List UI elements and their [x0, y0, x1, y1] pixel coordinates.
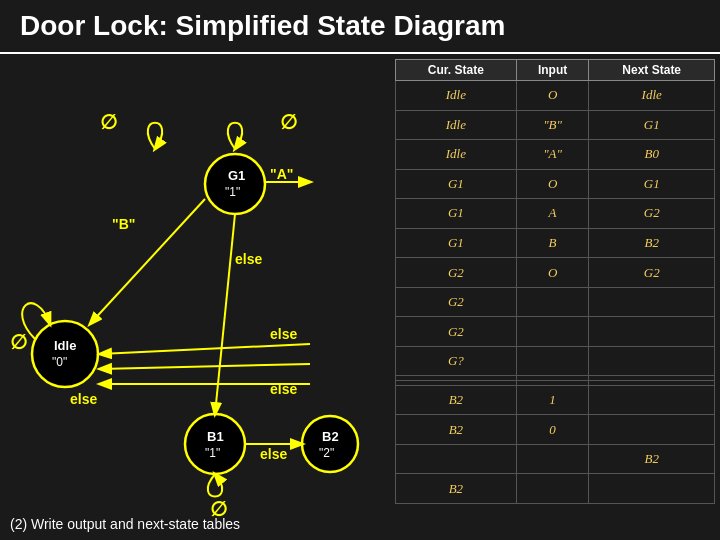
svg-text:"1": "1"	[205, 446, 220, 460]
table-row: G2 O G2	[396, 258, 715, 288]
svg-text:∅: ∅	[100, 111, 117, 133]
svg-text:∅: ∅	[10, 331, 27, 353]
table-row: Idle "B" G1	[396, 110, 715, 140]
svg-text:"A": "A"	[270, 166, 293, 182]
svg-text:else: else	[70, 391, 97, 407]
svg-point-2	[205, 154, 265, 214]
table-row: B2 0	[396, 415, 715, 445]
svg-point-25	[302, 416, 358, 472]
diagram-area: ∅ ∅ G1 "1" "A" "B" else Idle	[0, 54, 390, 539]
svg-line-16	[100, 364, 310, 369]
header-cur-state: Cur. State	[396, 60, 517, 81]
table-row: G1 O G1	[396, 169, 715, 199]
table-row: Idle O Idle	[396, 81, 715, 111]
svg-text:"2": "2"	[319, 446, 334, 460]
svg-point-20	[185, 414, 245, 474]
header-next-state: Next State	[589, 60, 715, 81]
svg-text:"1": "1"	[225, 185, 240, 199]
svg-line-15	[100, 344, 310, 354]
svg-text:"0": "0"	[52, 355, 67, 369]
svg-text:∅: ∅	[280, 111, 297, 133]
svg-text:"B": "B"	[112, 216, 135, 232]
table-row: G1 A G2	[396, 199, 715, 229]
table-row: B2 1	[396, 385, 715, 415]
table-row: G2	[396, 287, 715, 317]
table-row: B2	[396, 474, 715, 504]
svg-text:else: else	[260, 446, 287, 462]
svg-text:B1: B1	[207, 429, 224, 444]
slide-title: Door Lock: Simplified State Diagram	[0, 0, 720, 54]
caption: (2) Write output and next-state tables	[10, 516, 240, 532]
slide: Door Lock: Simplified State Diagram ∅ ∅ …	[0, 0, 720, 540]
table-area: Cur. State Input Next State Idle O Idle …	[390, 54, 720, 539]
table-row: B2	[396, 444, 715, 474]
svg-text:else: else	[270, 326, 297, 342]
svg-text:G1: G1	[228, 168, 245, 183]
svg-point-10	[32, 321, 98, 387]
table-row: G2	[396, 317, 715, 347]
svg-line-8	[90, 199, 205, 324]
svg-text:Idle: Idle	[54, 338, 76, 353]
table-row: G1 B B2	[396, 228, 715, 258]
state-diagram: ∅ ∅ G1 "1" "A" "B" else Idle	[0, 54, 390, 540]
state-table: Cur. State Input Next State Idle O Idle …	[395, 59, 715, 504]
content-area: ∅ ∅ G1 "1" "A" "B" else Idle	[0, 54, 720, 539]
svg-text:else: else	[235, 251, 262, 267]
table-row: G?	[396, 346, 715, 376]
header-input: Input	[516, 60, 589, 81]
svg-text:B2: B2	[322, 429, 339, 444]
table-row: Idle "A" B0	[396, 140, 715, 170]
svg-text:else: else	[270, 381, 297, 397]
